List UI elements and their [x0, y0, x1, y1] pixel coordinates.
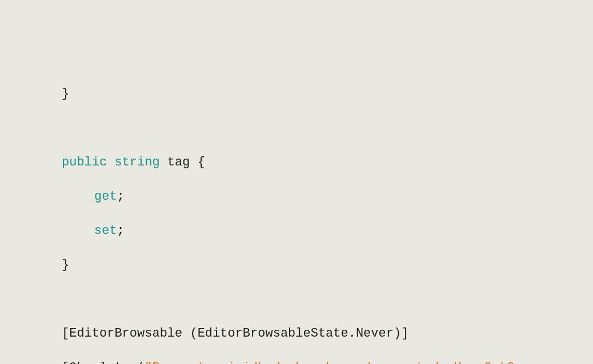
identifier-tag: tag — [167, 155, 190, 169]
attr-arg: EditorBrowsableState.Never — [198, 326, 394, 341]
code-line: set; — [0, 223, 593, 240]
code-line: get; — [0, 188, 593, 205]
string-literal: "Property rigidbody has been deprecated.… — [145, 361, 544, 364]
code-line: } — [0, 257, 593, 274]
keyword-string: string — [114, 155, 159, 169]
attr-editorbrowsable: EditorBrowsable — [69, 326, 182, 341]
code-block: } public string tag { get; set; } [Edito… — [0, 68, 593, 364]
keyword-public: public — [62, 155, 107, 169]
code-line: } — [0, 86, 593, 103]
keyword-get: get — [94, 189, 117, 204]
attr-obsolete: Obsolete — [69, 361, 130, 364]
blank-line — [0, 291, 593, 308]
code-line: [Obsolete ("Property rigidbody has been … — [0, 359, 593, 364]
blank-line — [0, 120, 593, 137]
code-line: public string tag { — [0, 154, 593, 171]
keyword-set: set — [94, 224, 117, 238]
code-line: [EditorBrowsable (EditorBrowsableState.N… — [0, 325, 593, 342]
